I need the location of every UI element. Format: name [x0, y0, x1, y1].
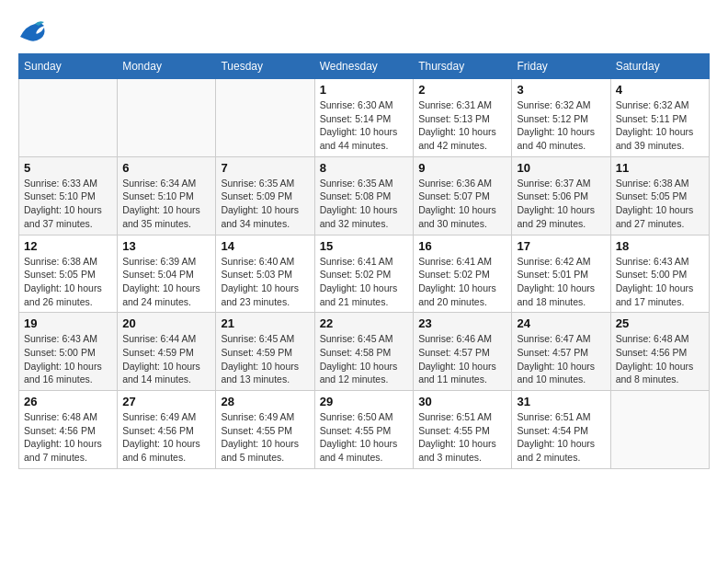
- calendar-cell: 14Sunrise: 6:40 AM Sunset: 5:03 PM Dayli…: [216, 235, 314, 313]
- day-number: 14: [221, 239, 309, 253]
- day-info: Sunrise: 6:49 AM Sunset: 4:56 PM Dayligh…: [122, 410, 210, 465]
- day-number: 22: [320, 316, 409, 330]
- day-info: Sunrise: 6:40 AM Sunset: 5:03 PM Dayligh…: [221, 255, 309, 309]
- weekday-header-tuesday: Tuesday: [216, 54, 314, 79]
- day-info: Sunrise: 6:35 AM Sunset: 5:08 PM Dayligh…: [320, 177, 409, 231]
- day-info: Sunrise: 6:41 AM Sunset: 5:02 PM Dayligh…: [418, 255, 506, 309]
- day-info: Sunrise: 6:38 AM Sunset: 5:05 PM Dayligh…: [616, 177, 704, 231]
- calendar-cell: 13Sunrise: 6:39 AM Sunset: 5:04 PM Dayli…: [118, 235, 216, 313]
- calendar-cell: 30Sunrise: 6:51 AM Sunset: 4:55 PM Dayli…: [414, 391, 512, 469]
- logo-bird-icon: [18, 18, 46, 44]
- page-header: [18, 18, 710, 44]
- logo: [18, 18, 50, 44]
- day-info: Sunrise: 6:33 AM Sunset: 5:10 PM Dayligh…: [24, 177, 112, 231]
- calendar-cell: 3Sunrise: 6:32 AM Sunset: 5:12 PM Daylig…: [512, 79, 610, 157]
- day-number: 1: [320, 83, 409, 97]
- calendar-cell: 8Sunrise: 6:35 AM Sunset: 5:08 PM Daylig…: [314, 156, 414, 235]
- day-info: Sunrise: 6:49 AM Sunset: 4:55 PM Dayligh…: [221, 410, 309, 465]
- calendar-week-row: 5Sunrise: 6:33 AM Sunset: 5:10 PM Daylig…: [19, 156, 710, 235]
- day-info: Sunrise: 6:44 AM Sunset: 4:59 PM Dayligh…: [122, 332, 210, 386]
- day-info: Sunrise: 6:50 AM Sunset: 4:55 PM Dayligh…: [320, 410, 409, 465]
- day-info: Sunrise: 6:43 AM Sunset: 5:00 PM Dayligh…: [616, 255, 704, 309]
- calendar-cell: 20Sunrise: 6:44 AM Sunset: 4:59 PM Dayli…: [118, 313, 216, 391]
- calendar-cell: 4Sunrise: 6:32 AM Sunset: 5:11 PM Daylig…: [610, 79, 709, 157]
- calendar-cell: 11Sunrise: 6:38 AM Sunset: 5:05 PM Dayli…: [610, 156, 709, 235]
- day-info: Sunrise: 6:36 AM Sunset: 5:07 PM Dayligh…: [418, 177, 506, 231]
- weekday-header-monday: Monday: [118, 54, 216, 79]
- day-info: Sunrise: 6:51 AM Sunset: 4:55 PM Dayligh…: [418, 410, 506, 465]
- calendar-cell: 5Sunrise: 6:33 AM Sunset: 5:10 PM Daylig…: [19, 156, 118, 235]
- day-info: Sunrise: 6:34 AM Sunset: 5:10 PM Dayligh…: [122, 177, 210, 231]
- day-number: 12: [24, 239, 112, 253]
- calendar-cell: 31Sunrise: 6:51 AM Sunset: 4:54 PM Dayli…: [512, 391, 610, 469]
- day-info: Sunrise: 6:32 AM Sunset: 5:12 PM Dayligh…: [517, 98, 605, 153]
- calendar-cell: 1Sunrise: 6:30 AM Sunset: 5:14 PM Daylig…: [314, 79, 414, 157]
- calendar-cell: 22Sunrise: 6:45 AM Sunset: 4:58 PM Dayli…: [314, 313, 414, 391]
- calendar-cell: 21Sunrise: 6:45 AM Sunset: 4:59 PM Dayli…: [216, 313, 314, 391]
- day-info: Sunrise: 6:46 AM Sunset: 4:57 PM Dayligh…: [418, 332, 506, 386]
- day-info: Sunrise: 6:41 AM Sunset: 5:02 PM Dayligh…: [320, 255, 409, 309]
- day-number: 27: [122, 395, 210, 408]
- day-number: 19: [24, 316, 112, 330]
- calendar-cell: 19Sunrise: 6:43 AM Sunset: 5:00 PM Dayli…: [19, 313, 118, 391]
- calendar-cell: 17Sunrise: 6:42 AM Sunset: 5:01 PM Dayli…: [512, 235, 610, 313]
- day-number: 2: [418, 83, 506, 97]
- calendar-cell: 29Sunrise: 6:50 AM Sunset: 4:55 PM Dayli…: [314, 391, 414, 469]
- day-number: 20: [122, 316, 210, 330]
- calendar-cell: 2Sunrise: 6:31 AM Sunset: 5:13 PM Daylig…: [414, 79, 512, 157]
- day-number: 6: [122, 161, 210, 175]
- calendar-cell: 7Sunrise: 6:35 AM Sunset: 5:09 PM Daylig…: [216, 156, 314, 235]
- day-number: 7: [221, 161, 309, 175]
- calendar-cell: [118, 79, 216, 157]
- calendar-cell: [610, 391, 709, 469]
- weekday-header-saturday: Saturday: [610, 54, 709, 79]
- calendar-week-row: 12Sunrise: 6:38 AM Sunset: 5:05 PM Dayli…: [19, 235, 710, 313]
- calendar-cell: [216, 79, 314, 157]
- calendar-cell: 6Sunrise: 6:34 AM Sunset: 5:10 PM Daylig…: [118, 156, 216, 235]
- day-number: 13: [122, 239, 210, 253]
- calendar-week-row: 1Sunrise: 6:30 AM Sunset: 5:14 PM Daylig…: [19, 79, 710, 157]
- calendar-cell: 10Sunrise: 6:37 AM Sunset: 5:06 PM Dayli…: [512, 156, 610, 235]
- day-number: 30: [418, 395, 506, 408]
- day-number: 23: [418, 316, 506, 330]
- day-number: 28: [221, 395, 309, 408]
- day-number: 16: [418, 239, 506, 253]
- day-info: Sunrise: 6:47 AM Sunset: 4:57 PM Dayligh…: [517, 332, 605, 386]
- day-number: 29: [320, 395, 409, 408]
- day-number: 3: [517, 83, 605, 97]
- day-info: Sunrise: 6:38 AM Sunset: 5:05 PM Dayligh…: [24, 255, 112, 309]
- day-info: Sunrise: 6:48 AM Sunset: 4:56 PM Dayligh…: [616, 332, 704, 386]
- calendar-cell: 16Sunrise: 6:41 AM Sunset: 5:02 PM Dayli…: [414, 235, 512, 313]
- day-number: 25: [616, 316, 704, 330]
- day-number: 31: [517, 395, 605, 408]
- day-info: Sunrise: 6:45 AM Sunset: 4:59 PM Dayligh…: [221, 332, 309, 386]
- day-info: Sunrise: 6:51 AM Sunset: 4:54 PM Dayligh…: [517, 410, 605, 465]
- day-number: 5: [24, 161, 112, 175]
- day-info: Sunrise: 6:32 AM Sunset: 5:11 PM Dayligh…: [616, 98, 704, 153]
- day-number: 9: [418, 161, 506, 175]
- day-number: 17: [517, 239, 605, 253]
- day-info: Sunrise: 6:43 AM Sunset: 5:00 PM Dayligh…: [24, 332, 112, 386]
- calendar-cell: 24Sunrise: 6:47 AM Sunset: 4:57 PM Dayli…: [512, 313, 610, 391]
- day-info: Sunrise: 6:30 AM Sunset: 5:14 PM Dayligh…: [320, 98, 409, 153]
- day-number: 24: [517, 316, 605, 330]
- day-number: 8: [320, 161, 409, 175]
- day-info: Sunrise: 6:48 AM Sunset: 4:56 PM Dayligh…: [24, 410, 112, 465]
- day-number: 15: [320, 239, 409, 253]
- day-number: 11: [616, 161, 704, 175]
- calendar-table: SundayMondayTuesdayWednesdayThursdayFrid…: [18, 53, 710, 469]
- calendar-cell: 18Sunrise: 6:43 AM Sunset: 5:00 PM Dayli…: [610, 235, 709, 313]
- day-number: 26: [24, 395, 112, 408]
- day-number: 4: [616, 83, 704, 97]
- weekday-header-friday: Friday: [512, 54, 610, 79]
- day-number: 10: [517, 161, 605, 175]
- calendar-cell: 26Sunrise: 6:48 AM Sunset: 4:56 PM Dayli…: [19, 391, 118, 469]
- day-info: Sunrise: 6:39 AM Sunset: 5:04 PM Dayligh…: [122, 255, 210, 309]
- day-info: Sunrise: 6:31 AM Sunset: 5:13 PM Dayligh…: [418, 98, 506, 153]
- calendar-cell: 27Sunrise: 6:49 AM Sunset: 4:56 PM Dayli…: [118, 391, 216, 469]
- day-info: Sunrise: 6:37 AM Sunset: 5:06 PM Dayligh…: [517, 177, 605, 231]
- day-info: Sunrise: 6:45 AM Sunset: 4:58 PM Dayligh…: [320, 332, 409, 386]
- calendar-week-row: 19Sunrise: 6:43 AM Sunset: 5:00 PM Dayli…: [19, 313, 710, 391]
- calendar-cell: 12Sunrise: 6:38 AM Sunset: 5:05 PM Dayli…: [19, 235, 118, 313]
- calendar-cell: 15Sunrise: 6:41 AM Sunset: 5:02 PM Dayli…: [314, 235, 414, 313]
